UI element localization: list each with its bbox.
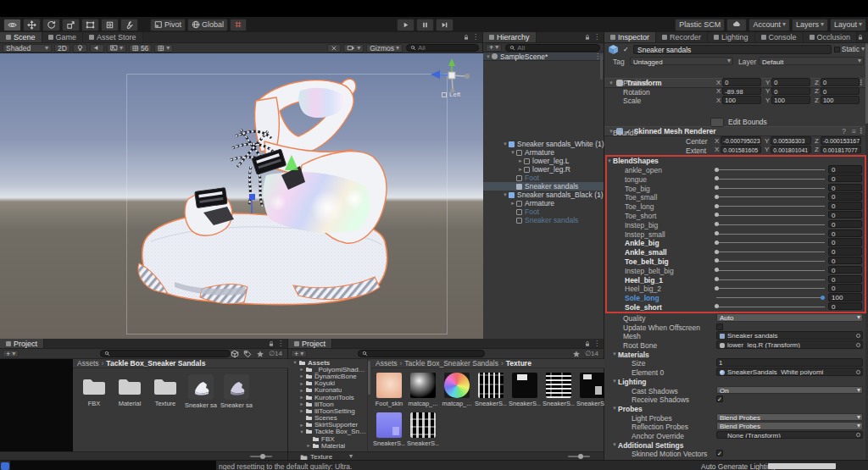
- hierarchy-item[interactable]: Sneaker sandals: [483, 182, 604, 191]
- transform-tool[interactable]: [101, 19, 119, 31]
- property-dropdown[interactable]: On▾: [716, 386, 863, 395]
- texture-item[interactable]: SneakerS...: [542, 373, 575, 407]
- smr-component-header[interactable]: ▼ ✓ Skinned Mesh Renderer ? ≡ ⋮: [604, 126, 868, 136]
- breadcrumb-assets-2[interactable]: Assets: [376, 359, 398, 368]
- shading-mode-dropdown[interactable]: Shaded▾: [3, 44, 52, 53]
- object-field[interactable]: SneakerSandals_White poiyomi: [716, 368, 863, 376]
- tree-foldout-icon[interactable]: ►: [298, 423, 305, 428]
- create-object-button[interactable]: +▾: [486, 44, 502, 52]
- property-dropdown[interactable]: Blend Probes▾: [716, 422, 863, 430]
- account-dropdown[interactable]: Account▾: [748, 19, 790, 31]
- blendshape-slider[interactable]: [716, 252, 825, 252]
- bounds-field[interactable]: -0.000153167: [821, 136, 861, 145]
- global-toggle[interactable]: Global: [187, 19, 228, 31]
- project-mid-breadcrumb[interactable]: Assets › Tackle Box_Sneaker Sandals › Te…: [371, 359, 604, 368]
- hierarchy-item[interactable]: Sneaker sandals: [483, 216, 604, 224]
- texture-item[interactable]: matcap_...: [441, 373, 473, 407]
- tab-lighting[interactable]: Lighting: [708, 32, 755, 42]
- thumbnail-size-slider-left[interactable]: [250, 456, 272, 457]
- edit-bounds-button[interactable]: Edit Bounds: [710, 117, 767, 127]
- prefab-open-chevron-icon[interactable]: ›: [598, 191, 601, 199]
- scene-audio-toggle[interactable]: [90, 44, 104, 53]
- property-checkbox[interactable]: [716, 323, 723, 330]
- tab-inspector[interactable]: Inspector: [604, 32, 656, 42]
- blendshape-slider-thumb[interactable]: [715, 250, 719, 254]
- gizmos-dropdown[interactable]: Gizmos▾: [366, 44, 403, 53]
- tab-game[interactable]: Game: [42, 32, 84, 42]
- blendshape-value-field[interactable]: 0: [828, 302, 862, 311]
- section-header-probes[interactable]: ▼Probes: [604, 404, 868, 413]
- prefab-item[interactable]: Sneaker sa...: [185, 374, 217, 409]
- breadcrumb-assets[interactable]: Assets: [77, 359, 99, 368]
- folder-item[interactable]: Texture: [149, 374, 181, 407]
- blendshape-slider[interactable]: [716, 179, 825, 180]
- bounds-field[interactable]: 0.00536303: [771, 136, 811, 145]
- axis-field[interactable]: 100: [771, 96, 810, 104]
- 2d-toggle[interactable]: 2D: [54, 44, 70, 53]
- section-foldout-icon[interactable]: ▼: [611, 442, 618, 447]
- plastic-scm-button[interactable]: Plastic SCM: [675, 19, 725, 31]
- favorites-icon[interactable]: [256, 350, 264, 358]
- scene-tools-button[interactable]: [327, 44, 341, 53]
- section-header-materials[interactable]: ▼Materials: [604, 350, 868, 359]
- blendshape-slider-thumb[interactable]: [715, 231, 719, 235]
- blendshape-slider-thumb[interactable]: [715, 185, 719, 190]
- folder-item[interactable]: FBX: [78, 374, 110, 407]
- blendshape-value-field[interactable]: 0: [828, 266, 862, 274]
- blendshape-slider-thumb[interactable]: [821, 296, 825, 300]
- console-status-message[interactable]: nged resetting to the default quality: U…: [219, 462, 352, 470]
- project-mid-menu-icon[interactable]: ⋮: [593, 340, 600, 347]
- play-button[interactable]: [397, 19, 415, 31]
- hierarchy-item[interactable]: Foot: [483, 174, 604, 182]
- blendshape-slider-thumb[interactable]: [715, 241, 719, 245]
- scene-viewport[interactable]: Left: [0, 53, 483, 339]
- axis-field[interactable]: 0: [771, 78, 810, 86]
- foldout-arrow-icon[interactable]: ▼: [509, 150, 516, 155]
- smr-presets-icon[interactable]: ≡: [852, 127, 856, 135]
- texture-item[interactable]: SneakerS...: [373, 412, 405, 447]
- scene-search-input[interactable]: All: [406, 44, 479, 52]
- view-tool[interactable]: [3, 19, 21, 31]
- smr-help-icon[interactable]: ?: [842, 127, 846, 135]
- layer-dropdown[interactable]: Default▾: [759, 57, 864, 65]
- hierarchy-scrollbar[interactable]: [600, 54, 603, 80]
- texture-item[interactable]: SneakerS...: [475, 373, 507, 407]
- tab-console[interactable]: Console: [755, 32, 804, 42]
- blendshape-value-field[interactable]: 0: [828, 238, 862, 246]
- tree-foldout-icon[interactable]: ►: [298, 401, 305, 406]
- view-orientation-label[interactable]: Left: [442, 91, 460, 98]
- axis-field[interactable]: -89.98: [722, 87, 761, 96]
- project-tree-scrollbar[interactable]: [368, 361, 370, 395]
- text-field[interactable]: 1: [716, 358, 863, 367]
- tab-recorder[interactable]: Recorder: [656, 32, 708, 42]
- favorites-icon-2[interactable]: [572, 350, 581, 358]
- blendshape-slider[interactable]: [716, 297, 825, 298]
- hierarchy-search-input[interactable]: All: [505, 44, 600, 52]
- scene-lighting-toggle[interactable]: [73, 44, 87, 53]
- blendshape-value-field[interactable]: 0: [828, 211, 862, 219]
- tab-occlusion[interactable]: Occlusion: [804, 32, 858, 42]
- blendshape-value-field[interactable]: 0: [828, 247, 862, 256]
- bounds-field[interactable]: -0.000795023: [721, 136, 761, 145]
- tab-scene[interactable]: Scene: [0, 32, 42, 42]
- thumbnail-size-slider-mid[interactable]: [568, 456, 590, 457]
- project-left-search-input[interactable]: [100, 350, 231, 357]
- pivot-toggle[interactable]: Pivot: [150, 19, 186, 31]
- panel-menu-icon[interactable]: ⋮: [472, 34, 479, 41]
- blendshape-slider-thumb[interactable]: [715, 195, 719, 199]
- static-checkbox[interactable]: [834, 47, 840, 53]
- property-dropdown[interactable]: Blend Probes▾: [716, 413, 863, 422]
- scene-fx-dropdown[interactable]: ▾: [107, 44, 126, 53]
- axis-field[interactable]: 0: [722, 78, 761, 86]
- blendshape-slider[interactable]: [716, 288, 825, 289]
- hidden-count-mid[interactable]: ∅14: [585, 350, 598, 357]
- tree-foldout-icon[interactable]: ▼: [292, 360, 298, 365]
- tree-foldout-icon[interactable]: ►: [298, 395, 305, 400]
- folder-item[interactable]: Material: [114, 374, 146, 407]
- object-field[interactable]: None (Transform): [716, 431, 863, 440]
- step-button[interactable]: [436, 19, 453, 31]
- custom-tool[interactable]: [120, 19, 138, 31]
- blendshape-value-field[interactable]: 0: [828, 165, 862, 174]
- sandal-model-3d[interactable]: [100, 75, 443, 339]
- hierarchy-item[interactable]: ▼Armature: [483, 148, 604, 157]
